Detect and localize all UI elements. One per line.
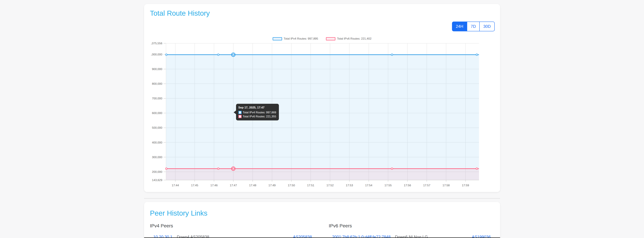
x-tick-label: 17:47 bbox=[230, 184, 237, 187]
tooltip-ipv4-value: Total IPv4 Routes: 997,869 bbox=[243, 111, 276, 114]
tooltip-row-ipv4: Total IPv4 Routes: 997,869 bbox=[238, 111, 276, 114]
time-range-button-group: 24H 7D 30D bbox=[452, 21, 495, 31]
x-tick-label: 17:52 bbox=[326, 184, 334, 187]
chart-legend: Total IPv4 Routes: 997,895 Total IPv6 Ro… bbox=[272, 37, 371, 40]
data-point-marker bbox=[476, 54, 478, 56]
x-tick-label: 17:51 bbox=[307, 184, 314, 187]
range-30d-button[interactable]: 30D bbox=[479, 21, 494, 31]
series-area bbox=[166, 169, 479, 180]
x-tick-label: 17:55 bbox=[384, 184, 392, 187]
range-24h-button[interactable]: 24H bbox=[452, 21, 467, 31]
x-tick-label: 17:58 bbox=[442, 184, 450, 187]
data-point-marker bbox=[476, 168, 478, 169]
data-point-marker bbox=[391, 54, 393, 56]
chart-tooltip: Sep 17, 2025, 17:47 Total IPv4 Routes: 9… bbox=[236, 104, 279, 120]
tooltip-caret bbox=[234, 111, 236, 114]
data-point-marker bbox=[391, 168, 393, 169]
tooltip-ipv6-value: Total IPv6 Routes: 221,355 bbox=[243, 115, 276, 118]
peer-history-links-title: Peer History Links bbox=[150, 209, 494, 218]
peers-grid: IPv4 Peers 10.20.30.1 Down4 AS205838 AS2… bbox=[150, 223, 494, 238]
y-tick-label: 900,000 bbox=[152, 68, 162, 71]
series-area bbox=[166, 55, 479, 180]
tooltip-row-ipv6: Total IPv6 Routes: 221,355 bbox=[238, 115, 276, 118]
y-tick-label: 600,000 bbox=[152, 112, 162, 115]
y-tick-label: 500,000 bbox=[152, 126, 162, 129]
x-tick-label: 17:54 bbox=[365, 184, 372, 187]
section-divider bbox=[144, 198, 500, 199]
ipv6-peers-column: IPv6 Peers 2001:7b8:62b:1:0:d4ff:fe72:78… bbox=[329, 223, 494, 238]
peer-history-links-card: Peer History Links IPv4 Peers 10.20.30.1… bbox=[144, 202, 500, 238]
y-tick-label: 200,000 bbox=[152, 170, 162, 173]
ipv4-peers-column: IPv4 Peers 10.20.30.1 Down4 AS205838 AS2… bbox=[150, 223, 315, 238]
ipv6-tooltip-swatch bbox=[238, 115, 242, 118]
ipv4-tooltip-swatch bbox=[238, 111, 242, 114]
range-7d-button[interactable]: 7D bbox=[467, 21, 480, 31]
ipv6-legend-swatch bbox=[326, 37, 336, 40]
y-tick-label: 700,000 bbox=[152, 97, 162, 100]
ipv6-legend-label: Total IPv6 Routes: 221,402 bbox=[337, 37, 372, 40]
y-tick-label: 800,000 bbox=[152, 82, 162, 85]
route-history-card: Total Route History 24H 7D 30D Total IPv… bbox=[144, 4, 500, 192]
x-tick-label: 17:56 bbox=[404, 184, 411, 187]
route-history-title: Total Route History bbox=[150, 9, 494, 17]
x-tick-label: 17:57 bbox=[423, 184, 430, 187]
x-tick-label: 17:59 bbox=[462, 184, 469, 187]
y-tick-label: 143,629 bbox=[152, 179, 162, 182]
route-history-chart[interactable]: 1,075,5561,000,000900,000800,000700,0006… bbox=[151, 42, 488, 190]
ipv4-peers-heading: IPv4 Peers bbox=[150, 223, 315, 229]
tooltip-title: Sep 17, 2025, 17:47 bbox=[238, 106, 276, 109]
y-tick-label: 300,000 bbox=[152, 156, 162, 159]
x-tick-label: 17:45 bbox=[191, 184, 198, 187]
x-tick-label: 17:46 bbox=[210, 184, 218, 187]
y-tick-label: 400,000 bbox=[152, 141, 162, 144]
data-point-marker bbox=[165, 168, 167, 169]
x-tick-label: 17:50 bbox=[288, 184, 295, 187]
data-point-marker bbox=[165, 54, 167, 56]
x-tick-label: 17:44 bbox=[172, 184, 179, 187]
y-tick-label: 1,000,000 bbox=[151, 53, 162, 56]
x-tick-label: 17:53 bbox=[346, 184, 353, 187]
ipv4-legend-label: Total IPv4 Routes: 997,895 bbox=[284, 37, 318, 40]
ipv6-peers-heading: IPv6 Peers bbox=[329, 223, 494, 229]
legend-item-ipv4[interactable]: Total IPv4 Routes: 997,895 bbox=[272, 37, 318, 40]
y-tick-label: 1,075,556 bbox=[151, 42, 162, 45]
data-point-marker bbox=[217, 54, 219, 56]
legend-item-ipv6[interactable]: Total IPv6 Routes: 221,402 bbox=[326, 37, 372, 40]
x-tick-label: 17:48 bbox=[249, 184, 256, 187]
data-point-marker bbox=[232, 54, 234, 56]
ipv4-legend-swatch bbox=[272, 37, 282, 40]
page-content: Total Route History 24H 7D 30D Total IPv… bbox=[144, 4, 500, 238]
x-tick-label: 17:49 bbox=[268, 184, 276, 187]
data-point-marker bbox=[217, 168, 219, 169]
data-point-marker bbox=[232, 168, 234, 169]
